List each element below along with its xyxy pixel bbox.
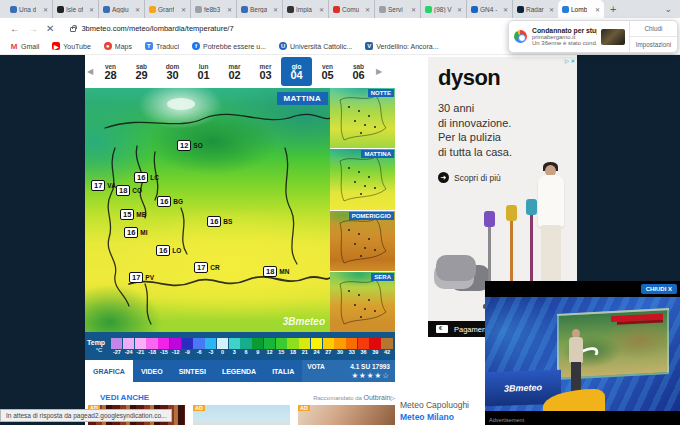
date-day: 06 xyxy=(352,70,364,81)
prev-date-arrow[interactable]: ◀ xyxy=(85,67,95,76)
date-day: 29 xyxy=(135,70,147,81)
notification-close-button[interactable]: Chiudi xyxy=(630,21,677,36)
scale-swatch xyxy=(146,338,157,349)
date-selector: ◀ ven28sab29dom30lun01mar02mer03gio04ven… xyxy=(85,55,395,88)
period-thumb-pomeriggio[interactable]: POMERIGGIO xyxy=(330,211,395,271)
station-va: 17VA xyxy=(91,180,116,191)
widget-tab-legenda[interactable]: LEGENDA xyxy=(214,360,264,382)
tab-close-icon[interactable]: ✕ xyxy=(549,6,554,13)
tab-close-icon[interactable]: ✕ xyxy=(319,6,324,13)
vote-panel: VOTA 4.1 SU 17993 ★★★★☆ xyxy=(302,360,395,382)
browser-tab[interactable]: Isle of✕ xyxy=(52,0,98,18)
date-cell[interactable]: gio04 xyxy=(281,57,312,86)
browser-tab[interactable]: Comu✕ xyxy=(328,0,374,18)
recommended-thumb[interactable]: AD xyxy=(193,405,290,425)
browser-tab[interactable]: Lomb✕ xyxy=(558,0,604,18)
widget-tab-sintesi[interactable]: SINTESI xyxy=(171,360,214,382)
vote-stars[interactable]: ★★★★☆ xyxy=(307,371,390,380)
period-thumb-sera[interactable]: SERA xyxy=(330,272,395,332)
widget-tab-video[interactable]: VIDEO xyxy=(133,360,171,382)
browser-tab[interactable]: GN4 -✕ xyxy=(466,0,512,18)
tab-close-icon[interactable]: ✕ xyxy=(43,6,48,13)
next-date-arrow[interactable]: ▶ xyxy=(374,67,384,76)
tab-overflow-icon[interactable]: ⌄ xyxy=(656,0,680,18)
browser-tab[interactable]: fe8b3✕ xyxy=(190,0,236,18)
date-day: 01 xyxy=(197,70,209,81)
notification-settings-button[interactable]: Impostazioni xyxy=(630,36,677,52)
browser-tab[interactable]: Impia✕ xyxy=(282,0,328,18)
date-cell[interactable]: ven28 xyxy=(95,57,126,86)
station-dots xyxy=(348,106,350,108)
tab-close-icon[interactable]: ✕ xyxy=(365,6,370,13)
date-cell[interactable]: lun01 xyxy=(188,57,219,86)
capoluoghi-label: Meteo Capoluoghi xyxy=(400,400,469,410)
address-bar[interactable]: 3bmeteo.com/meteo/lombardia/temperature/… xyxy=(62,21,522,35)
date-cell[interactable]: dom30 xyxy=(157,57,188,86)
tab-close-icon[interactable]: ✕ xyxy=(595,6,600,13)
forward-icon[interactable]: → xyxy=(28,23,38,34)
date-cell[interactable]: mer03 xyxy=(250,57,281,86)
station-mb: 15MB xyxy=(120,209,146,220)
maps-icon: ● xyxy=(104,42,112,50)
scale-value: 33 xyxy=(346,349,358,355)
station-co: 18CO xyxy=(116,185,142,196)
bookmark-item[interactable]: MGmail xyxy=(10,42,39,50)
period-thumb-mattina[interactable]: MATTINA xyxy=(330,149,395,209)
tab-close-icon[interactable]: ✕ xyxy=(457,6,462,13)
browser-tab[interactable]: Berga✕ xyxy=(236,0,282,18)
stop-icon[interactable]: ✕ xyxy=(46,23,54,34)
bookmark-item[interactable]: ●Maps xyxy=(104,42,132,50)
station-code: VA xyxy=(107,182,116,189)
ad-cta-button[interactable]: ➜ Scopri di più xyxy=(438,172,501,183)
browser-tab[interactable]: Servi✕ xyxy=(374,0,420,18)
bookmark-item[interactable]: VVerdellino: Ancora... xyxy=(365,42,438,50)
bookmark-item[interactable]: UUniversità Cattolic... xyxy=(279,42,352,50)
date-cell[interactable]: ven05 xyxy=(312,57,343,86)
widget-tab-italia[interactable]: ITALIA xyxy=(264,360,302,382)
temperature-map[interactable]: MATTINA 3Bmeteo 12SO16LC17VA18CO16BG15MB… xyxy=(85,88,330,332)
video-ad-player[interactable]: CHIUDI X 3Bmeteo Advertisement xyxy=(485,281,680,425)
bookmark-item[interactable]: ▶YouTube xyxy=(52,42,91,50)
date-cell[interactable]: sab29 xyxy=(126,57,157,86)
tab-label: Servi xyxy=(388,6,403,13)
bookmark-item[interactable]: TTraduci xyxy=(145,42,179,50)
youtube-icon: ▶ xyxy=(52,42,60,50)
widget-tab-grafica[interactable]: GRAFICA xyxy=(85,360,133,382)
vote-score: 4.1 SU 17993 xyxy=(350,363,390,370)
potrebbe-essere-u--icon: f xyxy=(192,42,200,50)
browser-tab[interactable]: Aggiu✕ xyxy=(98,0,144,18)
tab-close-icon[interactable]: ✕ xyxy=(411,6,416,13)
bookmark-item[interactable]: fPotrebbe essere u... xyxy=(192,42,266,50)
outbrain-attribution[interactable]: Raccomandato da Outbrain▷ xyxy=(285,394,395,401)
period-thumb-notte[interactable]: NOTTE xyxy=(330,88,395,148)
scale-value: 21 xyxy=(299,349,311,355)
tab-close-icon[interactable]: ✕ xyxy=(227,6,232,13)
tab-close-icon[interactable]: ✕ xyxy=(135,6,140,13)
browser-tab[interactable]: (98) V✕ xyxy=(420,0,466,18)
new-tab-button[interactable]: + xyxy=(604,0,622,18)
period-sidebar: NOTTEMATTINAPOMERIGGIOSERA xyxy=(330,88,395,332)
scale-value: -6 xyxy=(193,349,205,355)
milano-link[interactable]: Meteo Milano xyxy=(400,412,469,422)
adchoices-icon[interactable]: ▷ ✕ xyxy=(565,58,575,64)
tab-close-icon[interactable]: ✕ xyxy=(89,6,94,13)
back-icon[interactable]: ← xyxy=(10,23,20,34)
favicon xyxy=(103,6,110,13)
favicon xyxy=(195,6,202,13)
tab-close-icon[interactable]: ✕ xyxy=(181,6,186,13)
video-scene: 3Bmeteo xyxy=(485,297,680,411)
tab-close-icon[interactable]: ✕ xyxy=(273,6,278,13)
tab-label: Aggiu xyxy=(112,6,129,13)
video-close-button[interactable]: CHIUDI X xyxy=(641,284,677,294)
date-cell[interactable]: mar02 xyxy=(219,57,250,86)
date-day: 30 xyxy=(166,70,178,81)
scale-swatch xyxy=(170,338,181,349)
station-pv: 17PV xyxy=(129,272,154,283)
browser-tab[interactable]: Una d✕ xyxy=(6,0,52,18)
recommended-thumb[interactable]: AD xyxy=(298,405,395,425)
notification-texts[interactable]: Condannato per stupr... primabergamo.it … xyxy=(532,27,597,46)
date-cell[interactable]: sab06 xyxy=(343,57,374,86)
tab-close-icon[interactable]: ✕ xyxy=(503,6,508,13)
browser-tab[interactable]: Radar✕ xyxy=(512,0,558,18)
browser-tab[interactable]: Granf✕ xyxy=(144,0,190,18)
